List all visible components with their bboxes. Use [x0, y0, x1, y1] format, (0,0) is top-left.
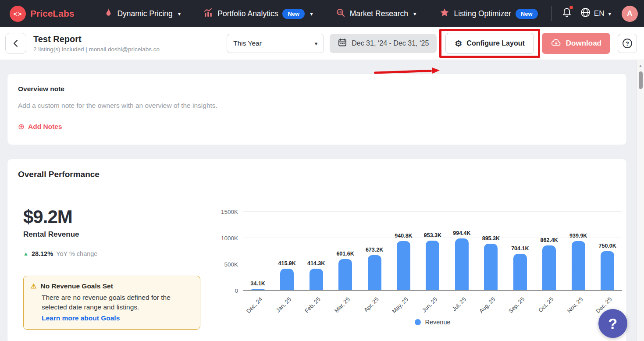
calendar-icon — [338, 38, 347, 49]
download-button[interactable]: Download — [542, 33, 610, 54]
period-select[interactable]: This Year ▾ — [227, 34, 324, 53]
revenue-bar[interactable] — [513, 254, 527, 291]
chart-baseline — [243, 290, 622, 291]
date-range-button[interactable]: Dec 31, ‘24 - Dec 31, ‘25 — [330, 34, 437, 53]
x-axis-label: Apr, 25 — [361, 291, 388, 318]
revenue-bar[interactable] — [542, 245, 556, 291]
bar-column: 940.8K — [390, 233, 416, 291]
period-select-value: This Year — [233, 39, 262, 47]
x-axis-label: Feb, 25 — [303, 291, 329, 318]
yoy-change: ▲ 28.12% YoY % change — [23, 250, 216, 257]
nav-item-market-research[interactable]: Market Research ▾ — [336, 8, 416, 20]
add-notes-label: Add Notes — [28, 123, 62, 131]
chart-xlabels: Dec, 24Jan, 25Feb, 25Mar, 25Apr, 25May, … — [243, 291, 622, 318]
y-axis-tick: 0 — [235, 288, 238, 294]
nav-label: Listing Optimizer — [454, 9, 511, 18]
help-button[interactable]: ? — [618, 34, 637, 53]
up-triangle-icon: ▲ — [23, 251, 28, 257]
chart-yaxis: 0500K1000K1500K — [216, 212, 243, 291]
scrollbar-up-arrow[interactable]: ▲ — [637, 60, 644, 68]
nav-label: Dynamic Pricing — [117, 9, 172, 18]
overview-note-description: Add a custom note for the owners with an… — [18, 102, 616, 110]
add-notes-button[interactable]: ⊕ Add Notes — [18, 122, 62, 131]
bar-value-label: 414.3K — [307, 260, 325, 266]
language-selector[interactable]: EN ▾ — [580, 7, 611, 20]
page-title: Test Report — [33, 34, 160, 44]
nav-label: Market Research — [350, 9, 408, 18]
warning-title: No Revenue Goals Set — [40, 282, 113, 290]
page-subtitle: 2 listing(s) included | monali.doshi@pri… — [33, 46, 160, 53]
bar-chart-icon — [203, 8, 213, 20]
bar-value-label: 601.6K — [336, 251, 354, 257]
warning-triangle-icon: ⚠ — [31, 282, 36, 290]
nav-items: Dynamic Pricing ▾ Portfolio Analytics Ne… — [104, 7, 549, 20]
revenue-bar[interactable] — [397, 241, 410, 291]
revenue-bar[interactable] — [426, 241, 439, 291]
performance-section-title: Overall Performance — [18, 170, 616, 179]
scrollbar-thumb[interactable] — [639, 71, 643, 89]
notification-dot — [569, 6, 573, 9]
pricelabs-logo[interactable]: <> PriceLabs — [10, 6, 74, 22]
title-block: Test Report 2 listing(s) included | mona… — [33, 34, 160, 53]
nav-item-dynamic-pricing[interactable]: Dynamic Pricing ▾ — [104, 8, 181, 20]
x-axis-label: Jan, 25 — [274, 291, 300, 318]
bar-value-label: 940.8K — [395, 233, 412, 239]
rental-revenue-label: Rental Revenue — [23, 230, 216, 239]
bar-column: 750.0K — [594, 243, 621, 291]
x-axis-label: Dec, 24 — [245, 291, 271, 318]
x-axis-label: Oct, 25 — [536, 291, 562, 318]
goals-learn-more-link[interactable]: Learn more about Goals — [42, 314, 120, 322]
revenue-bar[interactable] — [310, 269, 323, 291]
bar-value-label: 939.9K — [569, 233, 587, 239]
bar-column: 939.9K — [565, 233, 591, 291]
bar-column: 953.3K — [420, 232, 446, 291]
overall-performance-card: Overall Performance $9.2M Rental Revenue… — [7, 159, 627, 341]
x-axis-label: Nov, 25 — [565, 291, 591, 318]
performance-section-header: Overall Performance — [7, 159, 626, 187]
bar-value-label: 994.4K — [453, 230, 470, 236]
x-axis-label: May, 25 — [390, 291, 416, 318]
bar-value-label: 673.2K — [366, 247, 383, 253]
bar-value-label: 895.3K — [482, 235, 500, 242]
search-chart-icon — [336, 8, 345, 20]
notifications-bell-icon[interactable] — [562, 7, 572, 20]
help-fab[interactable]: ? — [598, 309, 627, 338]
vertical-scrollbar[interactable]: ▲ — [637, 60, 644, 341]
y-axis-tick: 500K — [224, 261, 238, 268]
revenue-bar[interactable] — [572, 241, 585, 291]
bar-column: 895.3K — [478, 235, 504, 291]
chevron-down-icon: ▾ — [310, 11, 313, 17]
download-label: Download — [566, 39, 601, 48]
user-avatar[interactable]: A — [622, 6, 638, 22]
nav-item-portfolio-analytics[interactable]: Portfolio Analytics New ▾ — [203, 8, 313, 20]
bar-column: 704.1K — [507, 245, 533, 291]
bar-value-label: 415.9K — [278, 260, 296, 266]
y-axis-tick: 1500K — [221, 209, 238, 215]
language-code: EN — [594, 9, 605, 18]
revenue-bar[interactable] — [338, 259, 352, 291]
question-circle-icon: ? — [622, 38, 633, 49]
flame-icon — [104, 8, 113, 20]
y-axis-tick: 1000K — [221, 235, 238, 242]
legend-label-revenue: Revenue — [425, 319, 450, 326]
x-axis-label: Aug, 25 — [478, 291, 504, 318]
revenue-bar[interactable] — [455, 238, 469, 291]
revenue-chart: 0500K1000K1500K 34.1K415.9K414.3K601.6K6… — [216, 187, 622, 330]
nav-item-listing-optimizer[interactable]: Listing Optimizer New — [439, 7, 538, 20]
back-button[interactable] — [5, 33, 26, 54]
bar-column: 34.1K — [245, 281, 271, 291]
chevron-down-icon: ▾ — [608, 11, 611, 17]
x-axis-label: Jul, 25 — [448, 291, 475, 318]
configure-layout-button[interactable]: ⚙ Configure Layout — [445, 33, 534, 54]
plus-circle-icon: ⊕ — [18, 122, 25, 131]
nav-right-controls: EN ▾ A — [550, 6, 638, 22]
brand-name: PriceLabs — [30, 8, 74, 19]
revenue-bar[interactable] — [484, 244, 498, 291]
nav-divider — [551, 6, 552, 21]
revenue-bar[interactable] — [368, 255, 381, 291]
bar-column: 862.4K — [536, 237, 562, 291]
report-header: Test Report 2 listing(s) included | mona… — [0, 27, 644, 60]
chevron-down-icon: ▾ — [315, 40, 318, 47]
revenue-bar[interactable] — [280, 269, 294, 291]
revenue-bar[interactable] — [601, 251, 614, 291]
